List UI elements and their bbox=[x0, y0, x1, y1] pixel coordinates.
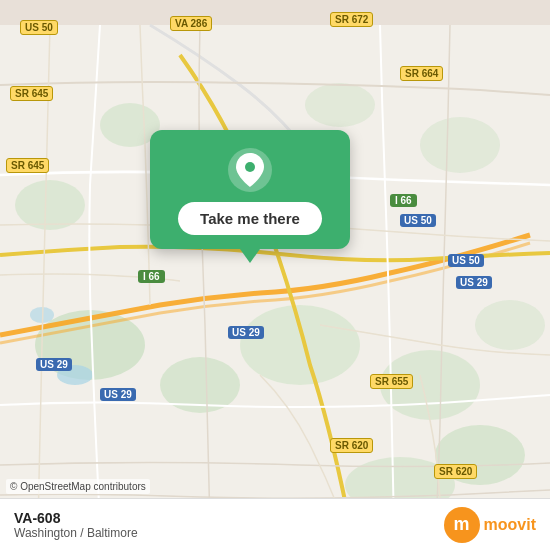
take-me-there-button[interactable]: Take me there bbox=[178, 202, 322, 235]
popup-card: Take me there bbox=[150, 130, 350, 249]
map-container: US 50 VA 286 SR 672 SR 664 SR 645 SR 645… bbox=[0, 0, 550, 550]
moovit-icon: m bbox=[444, 507, 480, 543]
popup-tail bbox=[240, 249, 260, 263]
road-label-sr672: SR 672 bbox=[330, 12, 373, 27]
road-label-sr645-top: SR 645 bbox=[10, 86, 53, 101]
moovit-letter: m bbox=[454, 514, 470, 535]
moovit-text: moovit bbox=[484, 516, 536, 534]
info-bar-left: VA-608 Washington / Baltimore bbox=[14, 510, 138, 540]
road-label-us50-right: US 50 bbox=[448, 254, 484, 267]
popup-pin bbox=[228, 148, 272, 192]
road-label-sr620b: SR 620 bbox=[434, 464, 477, 479]
location-pin-icon bbox=[236, 153, 264, 187]
svg-point-3 bbox=[240, 305, 360, 385]
road-label-i66-mid: I 66 bbox=[138, 270, 165, 283]
attribution-text: © OpenStreetMap contributors bbox=[6, 479, 150, 494]
svg-point-11 bbox=[475, 300, 545, 350]
svg-point-14 bbox=[245, 162, 255, 172]
road-label-i66-right: I 66 bbox=[390, 194, 417, 207]
svg-point-7 bbox=[15, 180, 85, 230]
road-label-va286: VA 286 bbox=[170, 16, 212, 31]
road-label-sr620: SR 620 bbox=[330, 438, 373, 453]
location-name: VA-608 bbox=[14, 510, 138, 526]
road-label-us29-mid: US 29 bbox=[228, 326, 264, 339]
road-label-sr645-mid: SR 645 bbox=[6, 158, 49, 173]
road-label-us29-left: US 29 bbox=[36, 358, 72, 371]
road-label-us50-nw: US 50 bbox=[20, 20, 58, 35]
road-label-sr664: SR 664 bbox=[400, 66, 443, 81]
region-name: Washington / Baltimore bbox=[14, 526, 138, 540]
svg-point-9 bbox=[420, 117, 500, 173]
svg-point-10 bbox=[305, 83, 375, 127]
road-label-sr655: SR 655 bbox=[370, 374, 413, 389]
road-label-us29-br: US 29 bbox=[456, 276, 492, 289]
road-label-us29-bottom: US 29 bbox=[100, 388, 136, 401]
moovit-logo[interactable]: m moovit bbox=[444, 507, 536, 543]
info-bar: VA-608 Washington / Baltimore m moovit bbox=[0, 498, 550, 550]
road-label-us50-mid: US 50 bbox=[400, 214, 436, 227]
